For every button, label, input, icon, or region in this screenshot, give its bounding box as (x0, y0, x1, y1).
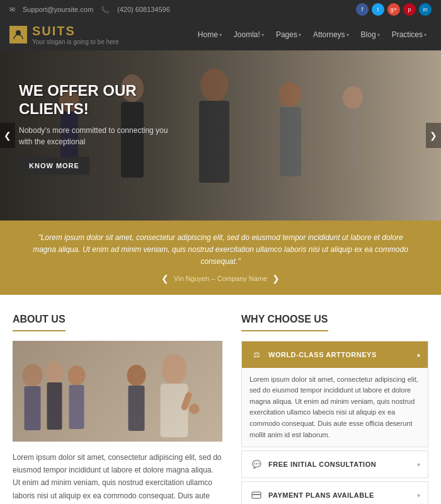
svg-point-25 (127, 365, 146, 386)
accordion-consultation: 💬 FREE INITIAL CONSULTATION ▾ (241, 450, 428, 478)
about-image-collage (13, 341, 222, 442)
nav-blog-arrow: ▾ (377, 32, 380, 38)
accordion-world-class: ⚖ WORLD-CLASS ARTTORNEYS ▴ Lorem ipsum d… (241, 341, 428, 448)
svg-rect-13 (13, 341, 222, 442)
testimonial-next-button[interactable]: ❯ (272, 273, 280, 284)
nav-home[interactable]: Home ▾ (193, 27, 227, 42)
about-section: ABOUT US (13, 314, 241, 504)
prev-arrow-icon: ❮ (4, 130, 11, 140)
logo-area: SUITS Your slogan is going to be here (9, 24, 119, 45)
twitter-icon[interactable]: t (372, 3, 384, 16)
svg-rect-20 (69, 385, 84, 429)
hero-slider: WE OFFER OUR CLIENTS! Nobody's more comm… (0, 50, 441, 220)
accordion-header-left-3: PAYMENT PLANS AVAILABLE (249, 488, 374, 502)
nav-attorneys[interactable]: Attorneys ▾ (308, 27, 354, 42)
phone-icon: 📞 (101, 6, 110, 14)
why-choose-title: WHY CHOOSE US (241, 314, 328, 331)
accordion-header-left-2: 💬 FREE INITIAL CONSULTATION (249, 457, 376, 471)
next-arrow-icon: ❯ (430, 130, 437, 140)
logo-name[interactable]: SUITS (32, 24, 119, 38)
nav-attorneys-arrow: ▾ (346, 32, 349, 38)
about-title: ABOUT US (13, 314, 66, 331)
linkedin-icon[interactable]: in (419, 3, 432, 16)
nav-practices[interactable]: Practices ▾ (387, 27, 432, 42)
logo-text-area: SUITS Your slogan is going to be here (32, 24, 119, 45)
accordion-header-left: ⚖ WORLD-CLASS ARTTORNEYS (249, 348, 377, 362)
testimonial-author: ❮ Vin Nguyen – Company Name ❯ (32, 273, 410, 284)
svg-point-21 (162, 354, 187, 384)
svg-point-17 (46, 362, 64, 383)
svg-rect-18 (47, 382, 62, 430)
social-icons: f t g+ p in (356, 3, 432, 16)
nav-joomla-arrow: ▾ (261, 32, 264, 38)
accordion-world-class-header[interactable]: ⚖ WORLD-CLASS ARTTORNEYS ▴ (242, 341, 428, 368)
payment-icon (249, 488, 263, 502)
svg-rect-26 (129, 386, 145, 431)
svg-rect-28 (252, 494, 261, 495)
svg-rect-22 (161, 384, 188, 437)
about-text: Lorem ipsum dolor sit amet, consectetur … (13, 451, 222, 504)
accordion-payment: PAYMENT PLANS AVAILABLE ▾ (241, 481, 428, 504)
nav-practices-arrow: ▾ (424, 32, 427, 38)
email-link[interactable]: Support@yoursite.com (23, 6, 93, 13)
svg-rect-16 (25, 386, 41, 430)
svg-point-19 (68, 365, 86, 386)
hero-cta-button[interactable]: KNOW MORE (19, 157, 89, 175)
accordion-payment-label: PAYMENT PLANS AVAILABLE (268, 491, 374, 499)
testimonial-bar: "Lorem ipsum dolor sit amet, consectetur… (0, 220, 441, 295)
testimonial-text: "Lorem ipsum dolor sit amet, consectetur… (32, 232, 410, 268)
svg-rect-14 (13, 341, 222, 442)
email-icon: ✉ (9, 6, 15, 14)
top-bar: ✉ Support@yoursite.com 📞 (420) 608134596… (0, 0, 441, 19)
nav-blog[interactable]: Blog ▾ (356, 27, 385, 42)
hero-description: Nobody's more committed to connecting yo… (19, 125, 176, 147)
main-content: ABOUT US (0, 295, 441, 504)
accordion-world-class-label: WORLD-CLASS ARTTORNEYS (268, 351, 377, 358)
nav-pages-arrow: ▾ (299, 32, 301, 38)
accordion-consultation-chevron: ▾ (417, 461, 420, 468)
google-plus-icon[interactable]: g+ (387, 3, 400, 16)
logo-tagline: Your slogan is going to be here (32, 38, 119, 45)
accordion-consultation-header[interactable]: 💬 FREE INITIAL CONSULTATION ▾ (242, 451, 428, 478)
scale-icon: ⚖ (249, 348, 263, 362)
accordion-payment-chevron: ▾ (417, 492, 420, 499)
svg-point-24 (190, 404, 200, 414)
accordion-consultation-label: FREE INITIAL CONSULTATION (268, 461, 376, 468)
phone-link[interactable]: (420) 608134596 (117, 6, 170, 13)
contact-info: ✉ Support@yoursite.com 📞 (420) 608134596 (9, 6, 170, 14)
svg-point-15 (23, 364, 43, 387)
slider-next-button[interactable]: ❯ (426, 123, 441, 148)
accordion-world-class-chevron: ▴ (417, 351, 420, 358)
main-nav: Home ▾ Joomla! ▾ Pages ▾ Attorneys ▾ Blo… (193, 27, 432, 42)
accordion-payment-header[interactable]: PAYMENT PLANS AVAILABLE ▾ (242, 482, 428, 504)
nav-home-arrow: ▾ (219, 32, 222, 38)
pinterest-icon[interactable]: p (403, 3, 416, 16)
testimonial-author-name: Vin Nguyen – Company Name (174, 275, 267, 282)
nav-pages[interactable]: Pages ▾ (271, 27, 306, 42)
slider-prev-button[interactable]: ❮ (0, 123, 15, 148)
chat-icon: 💬 (249, 457, 263, 471)
hero-content: WE OFFER OUR CLIENTS! Nobody's more comm… (19, 82, 176, 175)
why-choose-section: WHY CHOOSE US ⚖ WORLD-CLASS ARTTORNEYS ▴… (241, 314, 428, 504)
hero-title: WE OFFER OUR CLIENTS! (19, 82, 176, 118)
testimonial-prev-button[interactable]: ❮ (161, 273, 169, 284)
svg-rect-23 (180, 391, 193, 411)
accordion-world-class-body: Lorem ipsum dolor sit amet, consectetur … (242, 368, 428, 447)
facebook-icon[interactable]: f (356, 3, 369, 16)
nav-joomla[interactable]: Joomla! ▾ (229, 27, 269, 42)
header: SUITS Your slogan is going to be here Ho… (0, 19, 441, 50)
logo-icon (9, 26, 27, 43)
